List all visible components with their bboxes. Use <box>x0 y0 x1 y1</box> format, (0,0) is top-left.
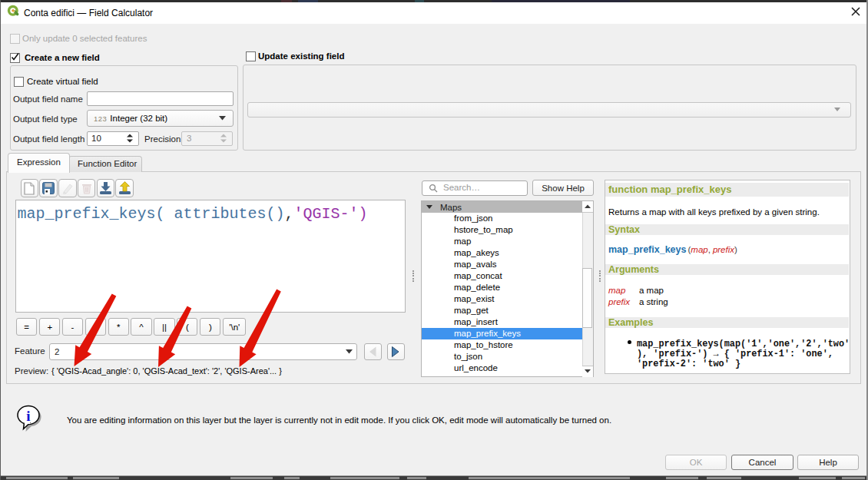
svg-text:i: i <box>26 408 30 424</box>
